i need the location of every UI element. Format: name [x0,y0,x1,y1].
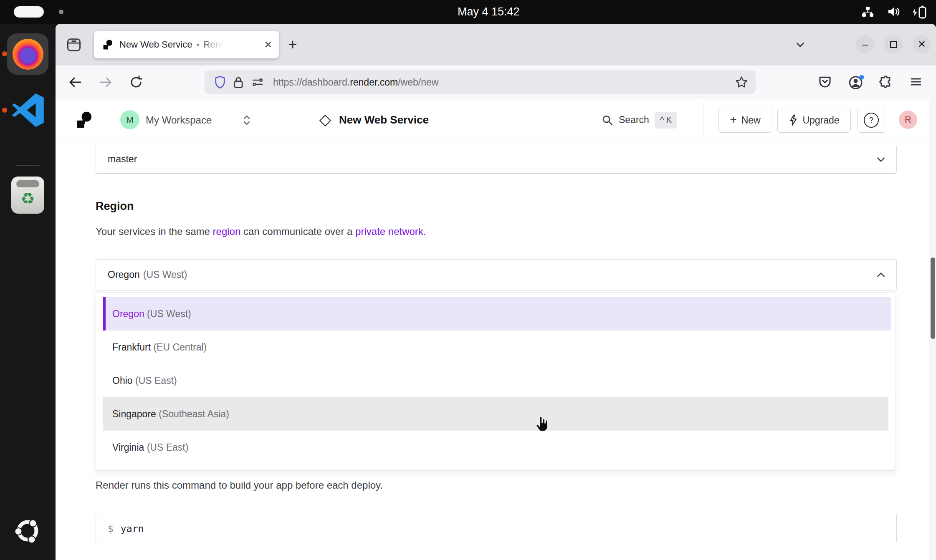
account-icon[interactable] [848,75,864,91]
trash-lid [16,180,39,187]
plus-icon: + [730,113,736,126]
firefox-dock-icon[interactable] [7,33,48,75]
option-area: (US East) [147,442,189,453]
user-avatar[interactable]: R [899,111,917,129]
workspace-indicator-dot [59,10,63,14]
url-bar[interactable]: https://dashboard.render.com/web/new [205,70,756,94]
option-city: Singapore [112,409,156,419]
option-area: (US West) [147,308,191,319]
url-domain: render.com [350,77,398,88]
command-prompt: $ [108,523,114,534]
url-path: /web/new [398,77,438,88]
chevron-down-icon [875,154,886,165]
page-scrollbar[interactable] [929,99,936,560]
tab-strip: New Web Service • Rend ✕ + – ✕ [56,24,936,66]
firefox-running-dot [2,51,7,56]
system-clock[interactable]: May 4 15:42 [458,0,520,24]
network-icon[interactable] [861,5,874,18]
new-button[interactable]: + New [718,108,772,133]
pocket-icon[interactable] [818,75,834,91]
option-area: (US East) [135,375,177,386]
window-minimize-button[interactable]: – [856,35,874,53]
page-title: New Web Service [339,99,429,141]
activities-pill[interactable] [14,6,44,18]
firefox-view-button[interactable] [65,35,83,54]
recycle-icon: ♻ [20,189,35,208]
battery-icon[interactable] [911,5,928,19]
upgrade-button[interactable]: Upgrade [777,108,851,133]
render-logo[interactable] [76,110,92,130]
trash-dock-icon[interactable]: ♻ [11,177,44,214]
tab-title-suffix: Rend [203,39,225,50]
command-value: yarn [121,523,144,534]
desc-text: can communicate over a [240,226,355,237]
chevron-up-icon [875,270,886,280]
header-divider [302,103,302,137]
question-icon: ? [864,113,879,128]
tracking-shield-icon[interactable] [214,76,226,89]
bookmark-star-icon[interactable] [735,76,748,89]
region-select[interactable]: Oregon (US West) [96,259,897,290]
firefox-logo-icon [13,39,43,70]
extensions-icon[interactable] [878,75,894,91]
region-option-frankfurt[interactable]: Frankfurt (EU Central) [103,330,888,364]
desc-text: Your services in the same [96,226,213,237]
workspace-avatar[interactable]: M [120,110,139,129]
url-text[interactable]: https://dashboard.render.com/web/new [273,77,438,88]
window-restore-button[interactable] [884,35,903,53]
lock-icon[interactable] [233,76,244,88]
browser-window: New Web Service • Rend ✕ + – ✕ [56,24,936,560]
help-button[interactable]: ? [858,108,885,133]
option-city: Frankfurt [112,342,151,353]
reload-button[interactable] [129,75,143,89]
scrollbar-thumb[interactable] [931,257,935,339]
new-button-label: New [741,115,761,126]
branch-select[interactable]: master [96,145,897,174]
back-button[interactable] [68,75,82,89]
volume-icon[interactable] [887,5,901,18]
upgrade-button-label: Upgrade [802,115,839,126]
region-link[interactable]: region [213,226,241,237]
service-diamond-icon [319,115,331,126]
region-option-oregon[interactable]: Oregon (US West) [103,297,891,330]
tab-list-chevron-icon[interactable] [790,35,810,54]
private-network-link[interactable]: private network. [355,226,426,237]
search-shortcut: ^ K [655,112,677,129]
tab-title: New Web Service [119,39,192,50]
workspace-switcher-chevrons-icon[interactable] [243,115,251,126]
vscode-dock-icon[interactable] [9,91,47,129]
screen: May 4 15:42 ♻ [0,0,936,560]
render-favicon [103,39,114,50]
system-top-bar: May 4 15:42 [0,0,936,24]
build-command-input[interactable]: $ yarn [96,514,897,543]
search-label: Search [619,114,649,126]
tab-close-icon[interactable]: ✕ [264,39,272,50]
option-city: Virginia [112,442,144,453]
search-button[interactable]: Search ^ K [602,99,677,141]
mouse-cursor-pointer [534,415,551,434]
region-option-virginia[interactable]: Virginia (US East) [103,431,888,464]
app-header: M My Workspace New Web Service Search ^ … [56,99,936,141]
new-tab-button[interactable]: + [283,35,303,55]
header-divider [703,103,704,137]
option-area: (EU Central) [153,342,207,353]
url-prefix: https://dashboard. [273,77,350,88]
region-option-singapore[interactable]: Singapore (Southeast Asia) [103,397,888,431]
region-option-ohio[interactable]: Ohio (US East) [103,364,888,397]
workspace-name[interactable]: My Workspace [146,99,212,141]
search-icon [602,114,613,126]
branch-value: master [108,154,137,165]
permissions-icon[interactable] [251,77,264,88]
region-select-area: (US West) [143,269,187,280]
lightning-icon [789,114,798,126]
region-dropdown-panel: Oregon (US West) Frankfurt (EU Central) … [96,292,896,471]
window-close-button[interactable]: ✕ [913,35,931,53]
show-apps-button[interactable] [14,517,41,545]
region-heading: Region [96,200,134,213]
forward-button[interactable] [99,75,113,89]
option-area: (Southeast Asia) [159,409,229,419]
menu-icon[interactable] [909,75,925,91]
browser-tab[interactable]: New Web Service • Rend ✕ [94,31,279,58]
vscode-running-dot [2,108,7,113]
option-city: Oregon [112,308,144,319]
